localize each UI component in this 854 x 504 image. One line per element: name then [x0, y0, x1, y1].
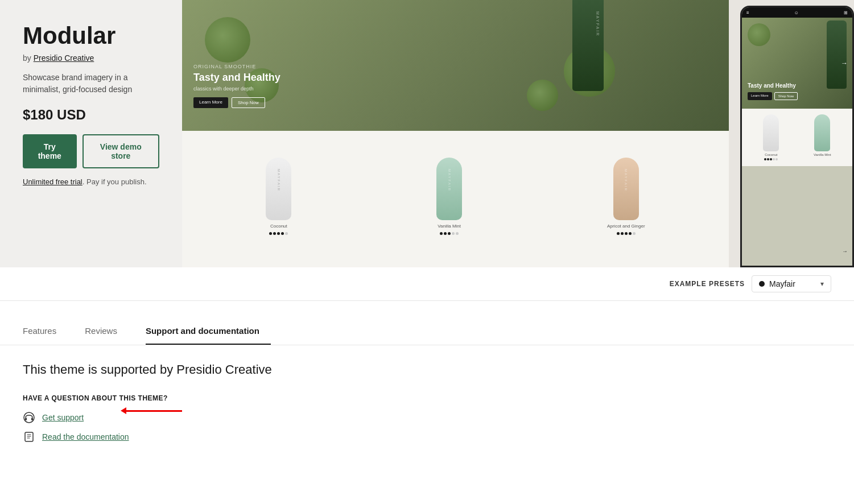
- presets-bar: EXAMPLE PRESETS Mayfair ▾: [0, 267, 854, 301]
- dot: [770, 158, 772, 160]
- bottle-name-1: Coconut: [270, 224, 287, 229]
- author-prefix: by: [23, 53, 31, 63]
- mobile-cart-icon: ⊞: [844, 10, 848, 15]
- mobile-hero-text: Tasty and Healthy Learn More Shop Now: [748, 82, 798, 100]
- dot: [277, 232, 280, 235]
- learn-more-btn: Learn More: [193, 97, 228, 108]
- bottle-peach: MAYFAIR: [613, 158, 639, 220]
- dot: [773, 158, 775, 160]
- chevron-down-icon: ▾: [820, 280, 824, 288]
- dot: [444, 232, 447, 235]
- mobile-next-arrow: →: [842, 248, 848, 254]
- shop-now-btn: Shop Now: [232, 97, 265, 108]
- dot: [625, 232, 628, 235]
- dot: [285, 232, 288, 235]
- headset-icon: [23, 411, 35, 424]
- mobile-screen: ≡ ☺ ⊞ Tasty and Healthy Learn More Shop …: [742, 7, 852, 266]
- svg-rect-1: [25, 418, 27, 420]
- bottle-mint: MAYFAIR: [436, 158, 462, 220]
- mobile-hero-btns: Learn More Shop Now: [748, 92, 798, 100]
- svg-rect-2: [31, 418, 33, 420]
- mobile-bottle-name-1: Coconut: [765, 153, 777, 156]
- product-info-panel: Modular by Presidio Creative Showcase br…: [0, 0, 182, 267]
- arrow-annotation: [125, 410, 182, 412]
- mobile-dots-1: [764, 158, 778, 160]
- bottle-item-1: MAYFAIR Coconut: [266, 158, 291, 235]
- tab-reviews[interactable]: Reviews: [85, 318, 129, 345]
- product-preview: MAYFAIR ORIGINAL SMOOTHIE Tasty and Heal…: [182, 0, 854, 267]
- mobile-bottle: [827, 20, 847, 89]
- desktop-preview: MAYFAIR ORIGINAL SMOOTHIE Tasty and Heal…: [182, 0, 729, 267]
- bottle-item-3: MAYFAIR Apricot and Ginger: [607, 158, 645, 235]
- get-support-link[interactable]: Get support: [42, 413, 84, 422]
- mobile-bottle-name-2: Vanilla Mint: [814, 153, 831, 156]
- book-icon: [23, 431, 35, 443]
- preview-hero-text: ORIGINAL SMOOTHIE Tasty and Healthy clas…: [193, 64, 280, 108]
- dot: [456, 232, 459, 235]
- get-support-item: Get support: [23, 411, 432, 424]
- dot: [452, 232, 455, 235]
- dot: [440, 232, 443, 235]
- product-description: Showcase brand imagery in a minimalist, …: [23, 72, 159, 96]
- dot: [281, 232, 284, 235]
- mobile-shop-btn: Shop Now: [774, 92, 798, 100]
- bottle-dots-1: [269, 232, 288, 235]
- preview-products: MAYFAIR Coconut MAYFAIR Vanil: [182, 131, 729, 267]
- support-heading: This theme is supported by Presidio Crea…: [23, 362, 432, 377]
- mobile-hero: Tasty and Healthy Learn More Shop Now →: [742, 18, 852, 109]
- mobile-product-list: Coconut Vanilla Mint: [742, 109, 852, 166]
- read-docs-link[interactable]: Read the documentation: [42, 432, 129, 441]
- dot: [617, 232, 620, 235]
- preview-hero: MAYFAIR ORIGINAL SMOOTHIE Tasty and Heal…: [182, 0, 729, 131]
- dot: [448, 232, 451, 235]
- dot: [767, 158, 769, 160]
- dot: [629, 232, 632, 235]
- free-trial-link[interactable]: Unlimited free trial: [23, 177, 82, 186]
- dot: [633, 232, 636, 235]
- mobile-cucumber: [748, 23, 770, 46]
- tab-features[interactable]: Features: [23, 318, 68, 345]
- tab-support-documentation[interactable]: Support and documentation: [146, 318, 271, 345]
- mobile-product-1: Coconut: [763, 114, 779, 160]
- green-bottle: MAYFAIR: [572, 0, 604, 91]
- cucumber-deco-4: [527, 80, 558, 111]
- hero-buttons: Learn More Shop Now: [193, 97, 280, 108]
- cucumber-deco-1: [205, 17, 250, 63]
- tabs-section: Features Reviews Support and documentati…: [0, 318, 854, 345]
- preset-dot: [759, 281, 765, 287]
- dot: [775, 158, 778, 160]
- mobile-bottle-1: [763, 114, 779, 151]
- read-docs-item: Read the documentation: [23, 431, 432, 443]
- presets-label: EXAMPLE PRESETS: [670, 280, 745, 288]
- bottle-dots-3: [617, 232, 636, 235]
- mobile-learn-btn: Learn More: [748, 92, 772, 100]
- mobile-product-2: Vanilla Mint: [814, 114, 831, 160]
- bottle-name-3: Apricot and Ginger: [607, 224, 645, 229]
- dot: [764, 158, 766, 160]
- mobile-nav-arrow: →: [841, 59, 848, 67]
- product-title: Modular: [23, 23, 159, 49]
- product-buttons: Try theme View demo store: [23, 134, 159, 168]
- mobile-hero-title: Tasty and Healthy: [748, 82, 798, 89]
- view-demo-button[interactable]: View demo store: [82, 134, 159, 168]
- product-price: $180 USD: [23, 107, 159, 123]
- bottle-coconut: MAYFAIR: [266, 158, 291, 220]
- svg-rect-3: [25, 432, 33, 441]
- tabs-list: Features Reviews Support and documentati…: [23, 318, 831, 345]
- free-trial-text: Unlimited free trial. Pay if you publish…: [23, 177, 159, 186]
- mobile-menu-icon: ≡: [746, 10, 749, 15]
- question-label: HAVE A QUESTION ABOUT THIS THEME?: [23, 394, 432, 402]
- free-trial-suffix: . Pay if you publish.: [82, 177, 147, 186]
- hero-label: ORIGINAL SMOOTHIE: [193, 64, 280, 69]
- hero-subtitle: classics with deeper depth: [193, 86, 280, 92]
- presets-dropdown[interactable]: Mayfair ▾: [752, 275, 831, 292]
- dot: [269, 232, 272, 235]
- arrow-line: [125, 410, 182, 412]
- try-theme-button[interactable]: Try theme: [23, 134, 77, 168]
- bottle-name-2: Vanilla Mint: [438, 224, 461, 229]
- mobile-preview: ≡ ☺ ⊞ Tasty and Healthy Learn More Shop …: [740, 6, 854, 267]
- mobile-top-bar: ≡ ☺ ⊞: [742, 7, 852, 18]
- mobile-bottle-2: [814, 114, 830, 151]
- preset-name: Mayfair: [769, 279, 816, 288]
- author-link[interactable]: Presidio Creative: [34, 53, 94, 63]
